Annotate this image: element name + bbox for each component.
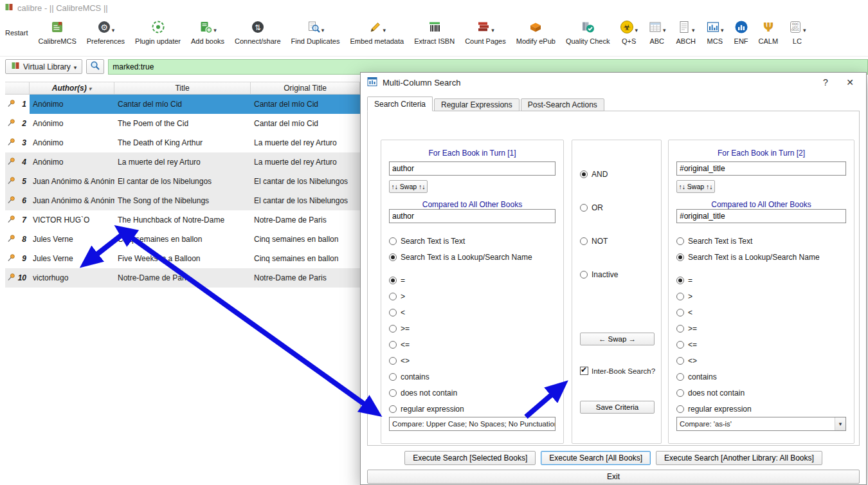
radio-option[interactable]: <> bbox=[676, 352, 849, 369]
radio-option[interactable]: contains bbox=[389, 369, 558, 385]
dropdown-caret-icon[interactable] bbox=[721, 25, 724, 34]
table-row[interactable]: 2 Anónimo The Poem of the Cid Cantar del… bbox=[5, 114, 360, 133]
inter-book-search-checkbox-row[interactable]: Inter-Book Search? bbox=[580, 367, 655, 375]
toolbar-button-preferences[interactable]: ⚙ Preferences bbox=[86, 18, 126, 46]
toolbar-button-count-pages[interactable]: Count Pages bbox=[464, 18, 507, 46]
toolbar-button-quality-check[interactable]: Quality Check bbox=[565, 18, 611, 46]
column-header-original-title[interactable]: Original Title bbox=[251, 82, 360, 94]
radio-option[interactable]: OR bbox=[580, 199, 656, 215]
cell-title: The Hunchback of Notre-Dame bbox=[114, 210, 251, 230]
toolbar-button-abch[interactable]: ABCH bbox=[674, 18, 697, 46]
radio-option[interactable]: < bbox=[389, 304, 558, 320]
toolbar-button-calm[interactable]: Ψ CALM bbox=[757, 18, 780, 46]
tab[interactable]: Post-Search Actions bbox=[521, 98, 604, 111]
execute-search-all-button[interactable]: Execute Search [All Books] bbox=[541, 451, 651, 465]
toolbar-button-qs[interactable]: ☣ Q+S bbox=[619, 18, 639, 46]
toolbar-button-connect-share[interactable]: ⇅ Connect/share bbox=[233, 18, 282, 46]
dropdown-caret-icon[interactable] bbox=[213, 25, 217, 34]
toolbar-button-abc[interactable]: ABC bbox=[647, 18, 667, 46]
table-row[interactable]: 5 Juan Anónimo & Anónim… El cantar de lo… bbox=[5, 172, 360, 191]
dropdown-caret-icon[interactable] bbox=[663, 25, 666, 34]
radio-option[interactable]: >= bbox=[389, 320, 558, 336]
swap-panels-button[interactable]: ← Swap → bbox=[580, 333, 655, 345]
radio-option[interactable]: Search Text is a Lookup/Search Name bbox=[389, 249, 558, 265]
radio-option[interactable]: contains bbox=[676, 369, 849, 385]
execute-search-selected-button[interactable]: Execute Search [Selected Books] bbox=[404, 451, 536, 465]
dropdown-caret-icon[interactable] bbox=[383, 25, 386, 34]
exit-button[interactable]: Exit bbox=[367, 470, 860, 484]
table-row[interactable]: 9 Jules Verne Five Weeks in a Balloon Ci… bbox=[5, 249, 360, 268]
panel1-compare-field[interactable] bbox=[389, 209, 556, 223]
radio-option[interactable]: <> bbox=[389, 352, 558, 369]
help-button[interactable]: ? bbox=[816, 77, 835, 87]
table-row[interactable]: 8 Jules Verne Cinq semaines en ballon Ci… bbox=[5, 230, 360, 249]
radio-option[interactable]: > bbox=[676, 288, 849, 304]
tab[interactable]: Regular Expressions bbox=[434, 98, 520, 111]
close-icon[interactable]: ✕ bbox=[840, 77, 860, 87]
radio-option[interactable]: >= bbox=[676, 320, 849, 336]
execute-search-other-library-button[interactable]: Execute Search [Another Library: All Boo… bbox=[656, 451, 822, 465]
pin-column-header[interactable] bbox=[5, 82, 30, 94]
search-options-button[interactable] bbox=[86, 59, 104, 74]
radio-option[interactable]: Inactive bbox=[580, 266, 656, 282]
book-2-groupbox: For Each Book in Turn [2] ↑↓ Swap ↑↓ Com… bbox=[668, 140, 854, 444]
radio-option[interactable]: Search Text is Text bbox=[676, 233, 849, 249]
dropdown-caret-icon[interactable] bbox=[803, 25, 806, 34]
radio-option[interactable]: > bbox=[389, 288, 558, 304]
radio-option[interactable]: <= bbox=[676, 336, 849, 352]
table-row[interactable]: 6 Juan Anónimo & Anónim… The Song of the… bbox=[5, 191, 360, 210]
column-header-title[interactable]: Title bbox=[114, 82, 251, 94]
panel1-search-field[interactable] bbox=[389, 161, 556, 176]
toolbar-button-plugin-updater[interactable]: Plugin updater bbox=[134, 18, 182, 46]
radio-option[interactable]: regular expression bbox=[676, 401, 849, 417]
radio-icon bbox=[580, 170, 588, 178]
dropdown-caret-icon[interactable] bbox=[692, 25, 695, 34]
table-row[interactable]: 1 Anónimo Cantar del mío Cid Cantar del … bbox=[5, 95, 360, 114]
radio-icon bbox=[389, 405, 397, 413]
radio-option[interactable]: AND bbox=[580, 166, 656, 182]
panel2-compare-field[interactable] bbox=[676, 209, 846, 223]
radio-option[interactable]: regular expression bbox=[389, 401, 558, 417]
radio-option[interactable]: Search Text is a Lookup/Search Name bbox=[676, 249, 849, 265]
radio-option[interactable]: = bbox=[389, 272, 558, 288]
radio-option[interactable]: = bbox=[676, 272, 849, 288]
radio-option[interactable]: NOT bbox=[580, 233, 656, 249]
save-criteria-button[interactable]: Save Criteria bbox=[580, 401, 655, 414]
table-row[interactable]: 7 VICTOR HUG`O The Hunchback of Notre-Da… bbox=[5, 210, 360, 230]
cell-title: El cantar de los Nibelungos bbox=[114, 172, 251, 191]
toolbar-button-modify-epub[interactable]: Modify ePub bbox=[515, 18, 557, 46]
radio-option[interactable]: < bbox=[676, 304, 849, 320]
virtual-library-button[interactable]: Virtual Library bbox=[5, 59, 82, 74]
toolbar-button-add-books[interactable]: Add books bbox=[190, 18, 226, 46]
radio-option[interactable]: does not contain bbox=[389, 385, 558, 401]
toolbar-button-embed-metadata[interactable]: Embed metadata bbox=[348, 18, 405, 46]
toolbar-button-calibremcs[interactable]: CalibreMCS bbox=[37, 18, 77, 46]
embed-metadata-icon bbox=[368, 20, 383, 34]
radio-option[interactable]: does not contain bbox=[676, 385, 849, 401]
panel2-compare-mode-dropdown[interactable]: Compare: 'as-is' bbox=[676, 417, 846, 431]
panel2-search-field[interactable] bbox=[676, 161, 846, 176]
toolbar-button-enf[interactable]: ENF bbox=[733, 18, 750, 46]
panel1-compare-mode-dropdown[interactable]: Compare: Upper Case; No Spaces; No Punct… bbox=[389, 417, 556, 431]
toolbar-button-restart[interactable]: Restart bbox=[4, 18, 29, 37]
toolbar-button-find-duplicates[interactable]: Find Duplicates bbox=[290, 18, 341, 46]
column-header-authors[interactable]: Author(s) bbox=[30, 82, 114, 94]
dropdown-caret-icon[interactable] bbox=[321, 25, 325, 34]
tab[interactable]: Search Criteria bbox=[367, 96, 433, 111]
dropdown-caret-icon[interactable] bbox=[635, 25, 638, 34]
table-row[interactable]: 10 victorhugo Notre-Dame de Paris Notre-… bbox=[5, 268, 360, 288]
calibre-library-icon bbox=[11, 61, 20, 72]
toolbar-button-extract-isbn[interactable]: Extract ISBN bbox=[413, 18, 456, 46]
dropdown-caret-icon[interactable] bbox=[491, 25, 494, 34]
radio-icon bbox=[580, 237, 588, 245]
panel2-swap-button[interactable]: ↑↓ Swap ↑↓ bbox=[676, 180, 715, 193]
radio-option[interactable]: Search Text is Text bbox=[389, 233, 558, 249]
dropdown-selected-value: Compare: Upper Case; No Spaces; No Punct… bbox=[392, 420, 556, 428]
table-row[interactable]: 4 Anónimo La muerte del rey Arturo La mu… bbox=[5, 152, 360, 172]
toolbar-button-lc[interactable]: ODCLCCOCLC LC bbox=[787, 18, 808, 46]
panel1-swap-button[interactable]: ↑↓ Swap ↑↓ bbox=[389, 180, 428, 193]
table-row[interactable]: 3 Anónimo The Death of King Arthur La mu… bbox=[5, 133, 360, 152]
toolbar-button-mcs[interactable]: MCS bbox=[705, 18, 725, 46]
dropdown-caret-icon[interactable] bbox=[112, 25, 115, 34]
radio-option[interactable]: <= bbox=[389, 336, 558, 352]
